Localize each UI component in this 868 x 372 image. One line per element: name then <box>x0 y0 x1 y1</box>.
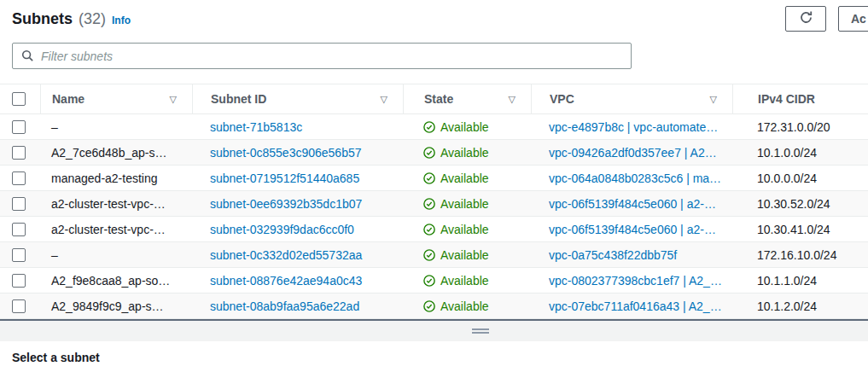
info-link[interactable]: Info <box>112 15 131 26</box>
table-row: A2_7ce6d48b_ap-s… subnet-0c855e3c906e56b… <box>0 140 868 166</box>
available-check-icon <box>423 121 435 133</box>
subnet-id-link[interactable]: subnet-71b5813c <box>210 120 302 134</box>
state-cell: Available <box>423 146 489 160</box>
subnet-name: – <box>40 242 192 267</box>
bottom-panel-title: Select a subnet <box>0 341 868 364</box>
sort-icon[interactable]: ▽ <box>509 94 516 105</box>
row-checkbox[interactable] <box>12 197 26 211</box>
available-check-icon <box>423 300 435 312</box>
state-cell: Available <box>423 120 489 134</box>
available-check-icon <box>423 224 435 235</box>
vpc-link[interactable]: vpc-09426a2df0d357ee7 | A2… <box>549 146 717 160</box>
filter-box <box>12 43 632 69</box>
vpc-link[interactable]: vpc-06f5139f484c5e060 | a2-… <box>549 197 716 211</box>
subnet-name: A2_7ce6d48b_ap-s… <box>40 140 192 165</box>
subnet-id-link[interactable]: subnet-08ab9faa95a6e22ad <box>210 299 359 313</box>
table-row: A2_9849f9c9_ap-s… subnet-08ab9faa95a6e22… <box>0 294 868 319</box>
column-header-vpc[interactable]: VPC ▽ <box>531 84 732 113</box>
search-icon <box>21 49 34 62</box>
available-check-icon <box>423 147 435 159</box>
available-check-icon <box>423 198 435 210</box>
row-checkbox[interactable] <box>12 299 26 313</box>
table-header-row: Name ▽ Subnet ID ▽ State ▽ VPC ▽ IPv4 CI… <box>0 84 868 114</box>
split-handle-strip <box>0 321 868 341</box>
subnet-count: (32) <box>79 10 106 28</box>
page-header: Subnets (32) Info Ac <box>0 0 868 41</box>
subnet-id-link[interactable]: subnet-0719512f51440a685 <box>210 171 359 185</box>
state-cell: Available <box>423 299 489 313</box>
row-checkbox[interactable] <box>12 274 26 288</box>
subnet-name: managed-a2-testing <box>40 166 192 190</box>
table-row: managed-a2-testing subnet-0719512f51440a… <box>0 166 868 191</box>
table-row: a2-cluster-test-vpc-… subnet-032939f9dac… <box>0 217 868 242</box>
vpc-link[interactable]: vpc-06f5139f484c5e060 | a2-… <box>549 223 716 236</box>
subnet-id-link[interactable]: subnet-0c332d02ed55732aa <box>210 248 362 262</box>
refresh-button[interactable] <box>785 6 826 32</box>
row-checkbox[interactable] <box>12 223 26 236</box>
split-drag-handle[interactable] <box>472 328 489 334</box>
sort-icon[interactable]: ▽ <box>170 94 177 105</box>
table-row: A2_f9e8caa8_ap-so… subnet-08876e42ae94a0… <box>0 268 868 294</box>
state-cell: Available <box>423 248 489 262</box>
state-cell: Available <box>423 171 489 185</box>
ipv4-cidr: 172.31.0.0/20 <box>732 114 868 139</box>
actions-button[interactable]: Ac <box>838 6 868 32</box>
subnet-name: – <box>40 114 192 139</box>
table-row: – subnet-0c332d02ed55732aa Available vpc… <box>0 242 868 268</box>
sort-icon[interactable]: ▽ <box>381 94 387 105</box>
vpc-link[interactable]: vpc-0802377398cbc1ef7 | A2_… <box>549 274 722 288</box>
row-checkbox[interactable] <box>12 171 26 185</box>
available-check-icon <box>423 249 435 261</box>
vpc-link[interactable]: vpc-064a0848b0283c5c6 | ma… <box>549 171 721 185</box>
subnet-id-link[interactable]: subnet-0c855e3c906e56b57 <box>210 146 362 160</box>
select-all-checkbox[interactable] <box>12 92 26 106</box>
subnet-name: a2-cluster-test-vpc-… <box>40 191 192 216</box>
column-header-name[interactable]: Name ▽ <box>40 84 192 113</box>
filter-subnets-input[interactable] <box>41 49 631 63</box>
subnet-id-link[interactable]: subnet-08876e42ae94a0c43 <box>210 274 362 288</box>
subnet-name: A2_9849f9c9_ap-s… <box>40 294 192 318</box>
page-title: Subnets <box>12 10 73 28</box>
available-check-icon <box>423 275 435 287</box>
row-checkbox[interactable] <box>12 248 26 262</box>
ipv4-cidr: 10.0.0.0/24 <box>732 166 868 190</box>
column-header-ipv4-cidr[interactable]: IPv4 CIDR <box>732 84 868 113</box>
vpc-link[interactable]: vpc-e4897b8c | vpc-automate… <box>549 120 718 134</box>
bottom-split-panel: Select a subnet <box>0 319 868 372</box>
vpc-link[interactable]: vpc-07ebc711af0416a43 | A2_… <box>549 299 722 313</box>
row-checkbox[interactable] <box>12 146 26 160</box>
state-cell: Available <box>423 274 489 288</box>
subnets-table: Name ▽ Subnet ID ▽ State ▽ VPC ▽ IPv4 CI… <box>0 84 868 319</box>
sort-icon[interactable]: ▽ <box>710 94 717 105</box>
subnet-name: A2_f9e8caa8_ap-so… <box>40 268 192 293</box>
vpc-link[interactable]: vpc-0a75c438f22dbb75f <box>549 248 677 262</box>
page-title-row: Subnets (32) Info <box>12 10 131 28</box>
ipv4-cidr: 10.1.1.0/24 <box>732 268 868 293</box>
state-cell: Available <box>423 223 489 236</box>
table-row: a2-cluster-test-vpc-… subnet-0ee69392b35… <box>0 191 868 217</box>
subnet-id-link[interactable]: subnet-0ee69392b35dc1b07 <box>210 197 362 211</box>
row-checkbox[interactable] <box>12 120 26 134</box>
column-header-state[interactable]: State ▽ <box>403 84 531 113</box>
ipv4-cidr: 10.1.0.0/24 <box>732 140 868 165</box>
table-row: – subnet-71b5813c Available vpc-e4897b8c… <box>0 114 868 140</box>
state-cell: Available <box>423 197 489 211</box>
ipv4-cidr: 10.30.41.0/24 <box>732 217 868 241</box>
available-check-icon <box>423 172 435 184</box>
subnet-name: a2-cluster-test-vpc-… <box>40 217 192 241</box>
column-header-subnet-id[interactable]: Subnet ID ▽ <box>192 84 403 113</box>
ipv4-cidr: 10.30.52.0/24 <box>732 191 868 216</box>
refresh-icon <box>799 10 813 27</box>
subnet-id-link[interactable]: subnet-032939f9dac6cc0f0 <box>210 223 354 236</box>
ipv4-cidr: 10.1.2.0/24 <box>732 294 868 318</box>
actions-button-label: Ac <box>851 12 866 26</box>
select-all-cell <box>0 84 40 113</box>
subnets-page: Subnets (32) Info Ac <box>0 0 868 372</box>
ipv4-cidr: 172.16.10.0/24 <box>732 242 868 267</box>
